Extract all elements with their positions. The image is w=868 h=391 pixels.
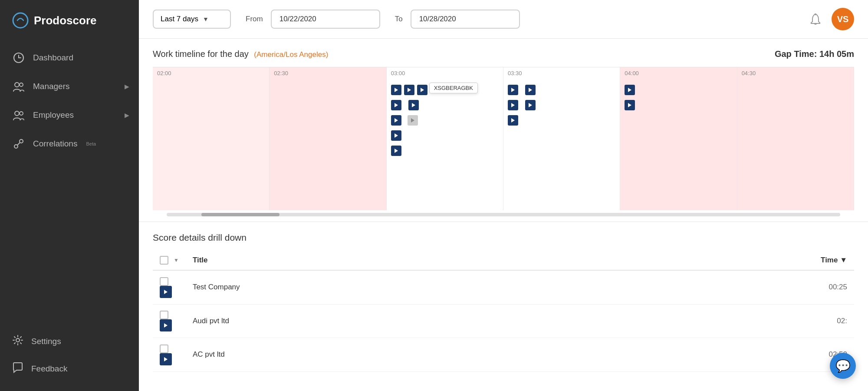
event-icon-10[interactable] — [508, 85, 518, 95]
notification-bell-icon[interactable] — [807, 11, 824, 27]
avatar-initials: VS — [837, 14, 849, 24]
timeline-section: Work timeline for the day (America/Los A… — [139, 39, 868, 222]
settings-icon — [12, 335, 23, 348]
row-checkbox-cell — [153, 304, 186, 338]
event-icon-6[interactable] — [391, 115, 401, 126]
sidebar-item-label-employees: Employees — [33, 110, 74, 120]
time-label-0300: 03:00 — [391, 70, 405, 76]
sidebar-item-label-dashboard: Dashboard — [33, 53, 73, 63]
time-col-0200: 02:00 — [153, 67, 270, 210]
sidebar-item-dashboard[interactable]: Dashboard — [0, 43, 139, 72]
sidebar-item-label-settings: Settings — [31, 337, 61, 346]
table-header-row: ▼ Title Time ▼ — [153, 251, 854, 270]
sidebar-item-employees[interactable]: Employees ▶ — [0, 101, 139, 129]
employees-icon — [12, 109, 25, 122]
row-time-2: 02:50 — [588, 338, 854, 372]
event-icon-4[interactable] — [391, 100, 401, 110]
nav-items: Dashboard Managers ▶ — [0, 39, 139, 323]
row-play-icon-0[interactable] — [160, 286, 172, 298]
svg-point-6 — [14, 145, 18, 148]
event-icon-8[interactable] — [391, 130, 401, 141]
row-checkbox-2[interactable] — [160, 345, 168, 353]
table-row: Audi pvt ltd 02: — [153, 304, 854, 338]
event-icon-14[interactable] — [508, 115, 518, 126]
row-checkbox-cell — [153, 338, 186, 372]
sidebar-item-managers[interactable]: Managers ▶ — [0, 72, 139, 101]
managers-icon — [12, 80, 25, 93]
event-icon-1[interactable] — [391, 85, 401, 95]
timeline-chart: 02:00 02:30 03:00 — [153, 67, 854, 210]
sidebar-item-feedback[interactable]: Feedback — [0, 355, 139, 382]
row-title-2: AC pvt ltd — [186, 338, 588, 372]
row-title-1: Audi pvt ltd — [186, 304, 588, 338]
svg-point-10 — [815, 13, 816, 15]
dropdown-arrow-icon: ▼ — [203, 16, 209, 23]
timeline-scrollbar[interactable] — [167, 213, 840, 216]
from-label: From — [246, 15, 263, 23]
event-icon-16[interactable] — [625, 100, 635, 110]
table-row: Test Company 00:25 — [153, 270, 854, 304]
row-time-1: 02: — [588, 304, 854, 338]
time-label-0200: 02:00 — [157, 70, 171, 76]
time-col-0230: 02:30 — [270, 67, 386, 210]
row-checkbox-1[interactable] — [160, 311, 168, 319]
row-play-icon-1[interactable] — [160, 319, 172, 331]
table-header-time[interactable]: Time ▼ — [588, 251, 854, 270]
svg-point-2 — [15, 83, 19, 87]
score-section-title: Score details drill down — [153, 232, 854, 243]
sidebar-item-settings[interactable]: Settings — [0, 328, 139, 355]
sidebar-item-label-managers: Managers — [33, 82, 70, 91]
event-icon-5[interactable] — [408, 100, 419, 110]
event-icon-15[interactable] — [625, 85, 635, 95]
event-icon-11[interactable] — [525, 85, 536, 95]
timeline-subtitle: (America/Los Angeles) — [254, 50, 328, 59]
event-icon-7[interactable] — [408, 115, 418, 126]
event-icon-12[interactable] — [508, 100, 518, 110]
chatbot-icon: 💬 — [835, 359, 851, 373]
svg-point-4 — [15, 111, 19, 116]
content-area: Work timeline for the day (America/Los A… — [139, 39, 868, 391]
header-dropdown-arrow[interactable]: ▼ — [174, 257, 179, 263]
sidebar-item-correlations[interactable]: Correlations Beta — [0, 129, 139, 158]
sidebar-logo[interactable]: Prodoscore — [0, 0, 139, 39]
row-time-0: 00:25 — [588, 270, 854, 304]
event-icon-2[interactable] — [404, 85, 414, 95]
timeline-title-area: Work timeline for the day (America/Los A… — [153, 49, 328, 59]
table-header-title[interactable]: Title — [186, 251, 588, 270]
scrollbar-thumb[interactable] — [201, 213, 279, 216]
correlations-icon — [12, 137, 25, 150]
event-icon-13[interactable] — [525, 100, 536, 110]
event-icon-3[interactable] — [417, 85, 427, 95]
timeline-inner: 02:00 02:30 03:00 — [153, 67, 854, 210]
to-label: To — [395, 15, 403, 23]
sidebar: Prodoscore Dashboard — [0, 0, 139, 391]
time-col-0300: 03:00 XSGBERAGBK — [387, 67, 503, 210]
prodoscore-logo-icon — [12, 12, 29, 29]
chatbot-button[interactable]: 💬 — [830, 353, 856, 379]
user-avatar[interactable]: VS — [832, 8, 854, 30]
svg-point-5 — [20, 112, 23, 115]
beta-badge: Beta — [86, 141, 96, 146]
logo-text: Prodoscore — [34, 14, 97, 27]
date-range-label: Last 7 days — [161, 15, 198, 23]
tooltip-text: XSGBERAGBK — [434, 85, 473, 91]
svg-line-8 — [17, 142, 20, 145]
gap-time: Gap Time: 14h 05m — [775, 49, 854, 59]
date-range-dropdown[interactable]: Last 7 days ▼ — [153, 10, 231, 29]
score-table: ▼ Title Time ▼ — [153, 251, 854, 372]
topbar: Last 7 days ▼ From To VS — [139, 0, 868, 39]
row-checkbox-0[interactable] — [160, 277, 168, 286]
timeline-header: Work timeline for the day (America/Los A… — [153, 49, 854, 59]
svg-point-3 — [20, 83, 23, 86]
event-icon-9[interactable] — [391, 146, 401, 156]
row-play-icon-2[interactable] — [160, 353, 172, 365]
sidebar-item-label-feedback: Feedback — [31, 364, 67, 374]
time-label-0230: 02:30 — [274, 70, 288, 76]
sidebar-bottom: Settings Feedback — [0, 323, 139, 391]
to-date-input[interactable] — [411, 10, 520, 29]
from-date-input[interactable] — [271, 10, 380, 29]
main-content: Last 7 days ▼ From To VS Work timeline f… — [139, 0, 868, 391]
header-checkbox[interactable] — [160, 256, 168, 265]
time-col-0430: 04:30 — [737, 67, 854, 210]
time-col-0400: 04:00 — [620, 67, 737, 210]
